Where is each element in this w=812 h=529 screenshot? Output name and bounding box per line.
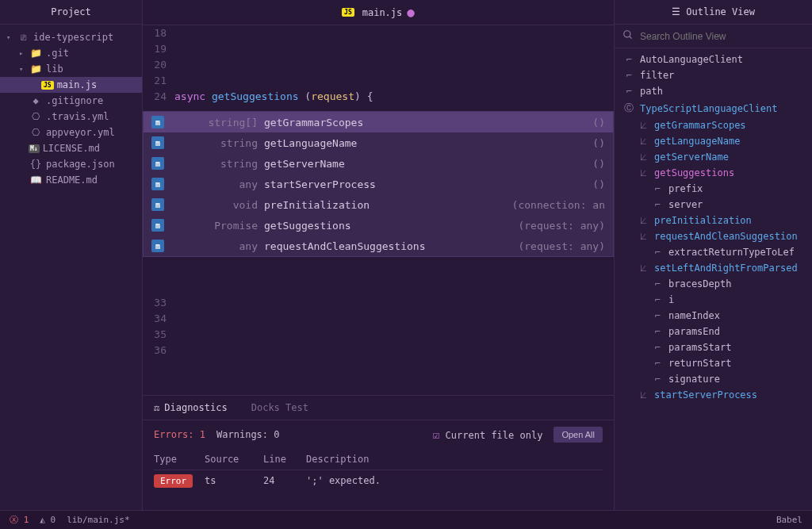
var-icon: ⌐ <box>622 70 635 81</box>
tab-diagnostics[interactable]: ⚖ Diagnostics <box>154 402 228 413</box>
autocomplete-item[interactable]: m any requestAndCleanSuggestions (reques… <box>144 236 613 256</box>
method-icon: m <box>151 240 164 252</box>
outline-item-filter[interactable]: ⌐ filter <box>615 67 812 83</box>
tree-item-label: main.js <box>57 79 98 90</box>
method-icon: m <box>151 136 164 149</box>
method-icon: m <box>151 219 164 232</box>
autocomplete-item[interactable]: m string getServerName () <box>144 153 613 174</box>
readme-icon: 📖 <box>29 174 43 186</box>
var-icon: ⌐ <box>651 326 664 337</box>
fn-icon: ⟀ <box>637 215 649 226</box>
tree-item-lib[interactable]: ▾📁lib <box>0 61 142 77</box>
code-editor[interactable]: 181920212433343536 async getSuggestions … <box>143 25 614 395</box>
yml-icon: ⎔ <box>29 111 43 122</box>
diagnostic-row[interactable]: Error ts 24 ';' expected. <box>154 470 603 491</box>
folder-icon: 📁 <box>29 48 43 59</box>
autocomplete-item[interactable]: m any startServerProcess () <box>144 174 613 194</box>
json-icon: {} <box>29 159 43 170</box>
class-icon: Ⓒ <box>622 102 635 115</box>
warnings-label: Warnings: 0 <box>216 429 280 440</box>
modified-indicator-icon: ● <box>407 6 415 19</box>
outline-search-input[interactable] <box>640 31 804 42</box>
fn-icon: ⟀ <box>637 151 649 163</box>
status-mode[interactable]: Babel <box>776 515 802 525</box>
editor-area: JS main.js ● 181920212433343536 async ge… <box>143 0 614 510</box>
errors-label: Errors: 1 <box>154 429 205 440</box>
open-all-button[interactable]: Open All <box>553 427 603 443</box>
outline-item-getLanguageName[interactable]: ⟀ getLanguageName <box>615 133 812 149</box>
var-icon: ⌐ <box>651 278 664 289</box>
method-icon: m <box>151 116 164 128</box>
var-icon: ⌐ <box>651 183 664 194</box>
var-icon: ⌐ <box>651 310 664 321</box>
outline-item-paramsEnd[interactable]: ⌐ paramsEnd <box>615 324 812 339</box>
var-icon: ⌐ <box>651 199 664 210</box>
diagnostics-panel: ⚖ Diagnostics Docks Test Errors: 1 Warni… <box>143 395 614 510</box>
method-icon: m <box>151 178 164 190</box>
outline-item-path[interactable]: ⌐ path <box>615 83 812 99</box>
tree-item-label: LICENSE.md <box>43 143 100 154</box>
outline-item-i[interactable]: ⌐ i <box>615 292 812 308</box>
project-sidebar: Project ▾ ⎚ ide-typescript ▸📁.git▾📁libJS… <box>0 0 143 510</box>
outline-item-extractReturnTypeToLef[interactable]: ⌐ extractReturnTypeToLef <box>615 244 812 260</box>
outline-item-nameIndex[interactable]: ⌐ nameIndex <box>615 308 812 324</box>
fn-icon: ⟀ <box>637 231 649 242</box>
status-file[interactable]: lib/main.js* <box>67 515 129 525</box>
status-bar: ⓧ 1 ◭ 0 lib/main.js* Babel <box>0 510 812 529</box>
outline-item-returnStart[interactable]: ⌐ returnStart <box>615 355 812 371</box>
diagnostic-headers: Type Source Line Description <box>154 449 603 470</box>
var-icon: ⌐ <box>622 86 635 97</box>
outline-item-getGrammarScopes[interactable]: ⟀ getGrammarScopes <box>615 117 812 133</box>
file-tab[interactable]: JS main.js ● <box>332 0 424 25</box>
autocomplete-item[interactable]: m void preInitialization (connection: an <box>144 194 613 215</box>
check-icon: ☑ <box>433 428 439 441</box>
svg-line-1 <box>630 36 632 39</box>
method-icon: m <box>151 198 164 211</box>
tree-item-main-js[interactable]: JSmain.js <box>0 77 142 93</box>
outline-item-preInitialization[interactable]: ⟀ preInitialization <box>615 213 812 228</box>
outline-item-paramsStart[interactable]: ⌐ paramsStart <box>615 339 812 355</box>
outline-item-server[interactable]: ⌐ server <box>615 197 812 213</box>
tab-title: main.js <box>362 7 403 18</box>
outline-item-startServerProcess[interactable]: ⟀ startServerProcess <box>615 387 812 403</box>
tree-root[interactable]: ▾ ⎚ ide-typescript <box>0 29 142 45</box>
tab-docks-test[interactable]: Docks Test <box>251 402 308 413</box>
var-icon: ⌐ <box>651 374 664 385</box>
status-errors[interactable]: ⓧ 1 <box>10 514 29 526</box>
autocomplete-item[interactable]: m string getLanguageName () <box>144 132 613 153</box>
outline-item-bracesDepth[interactable]: ⌐ bracesDepth <box>615 276 812 292</box>
yml-icon: ⎔ <box>29 127 43 138</box>
tree-item-LICENSE-md[interactable]: M↓LICENSE.md <box>0 140 142 156</box>
autocomplete-popup: m string[] getGrammarScopes ()m string g… <box>143 111 614 257</box>
status-warnings[interactable]: ◭ 0 <box>40 515 56 525</box>
var-icon: ⌐ <box>622 54 635 65</box>
autocomplete-item[interactable]: m Promise getSuggestions (request: any) <box>144 215 613 236</box>
outline-item-signature[interactable]: ⌐ signature <box>615 371 812 387</box>
project-title: Project <box>0 0 142 25</box>
outline-item-setLeftAndRightFromParsed[interactable]: ⟀ setLeftAndRightFromParsed <box>615 260 812 276</box>
tree-item-appveyor-yml[interactable]: ⎔appveyor.yml <box>0 125 142 140</box>
fn-icon: ⟀ <box>637 263 649 274</box>
outline-item-prefix[interactable]: ⌐ prefix <box>615 181 812 197</box>
tree-item-package-json[interactable]: {}package.json <box>0 156 142 172</box>
tree-item-README-md[interactable]: 📖README.md <box>0 172 142 188</box>
js-icon: JS <box>41 81 54 90</box>
outline-item-AutoLanguageClient[interactable]: ⌐ AutoLanguageClient <box>615 52 812 67</box>
caret-down-icon: ▾ <box>6 33 16 41</box>
fn-icon: ⟀ <box>637 389 649 401</box>
error-badge: Error <box>154 474 193 488</box>
tree-item--git[interactable]: ▸📁.git <box>0 45 142 61</box>
autocomplete-item[interactable]: m string[] getGrammarScopes () <box>144 112 613 132</box>
tree-item-label: package.json <box>46 159 115 170</box>
current-file-checkbox[interactable]: ☑ Current file only <box>433 428 543 441</box>
outline-item-TypeScriptLanguageClient[interactable]: Ⓒ TypeScriptLanguageClient <box>615 99 812 117</box>
fn-icon: ⟀ <box>637 120 649 131</box>
tree-item-label: .gitignore <box>46 95 103 106</box>
tree-item-label: .git <box>46 48 69 59</box>
tree-item--gitignore[interactable]: ◆.gitignore <box>0 93 142 109</box>
outline-item-getServerName[interactable]: ⟀ getServerName <box>615 149 812 165</box>
var-icon: ⌐ <box>651 294 664 305</box>
tree-item--travis-yml[interactable]: ⎔.travis.yml <box>0 109 142 125</box>
outline-item-getSuggestions[interactable]: ⟀ getSuggestions <box>615 165 812 181</box>
outline-item-requestAndCleanSuggestion[interactable]: ⟀ requestAndCleanSuggestion <box>615 228 812 244</box>
